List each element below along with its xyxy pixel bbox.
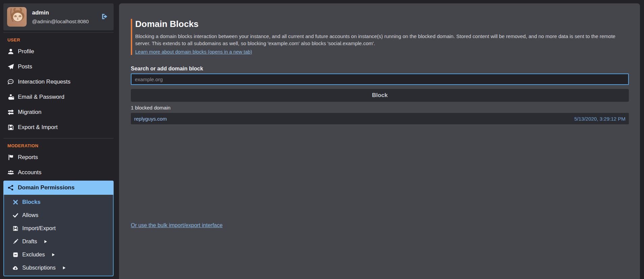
blocked-count: 1 blocked domain bbox=[131, 105, 629, 111]
page-description: Blocking a domain blocks interaction bet… bbox=[135, 33, 629, 47]
floppy-disk-icon bbox=[7, 124, 14, 131]
sidebar-item-label: Posts bbox=[18, 63, 32, 70]
floppy-disk-icon bbox=[12, 225, 19, 231]
sidebar-item-label: Accounts bbox=[18, 169, 41, 176]
flag-icon bbox=[7, 154, 14, 161]
caret-right-icon bbox=[43, 240, 48, 244]
submenu-item-label: Blocks bbox=[22, 199, 40, 205]
section-heading-user: USER bbox=[3, 34, 114, 44]
submenu-item-drafts[interactable]: Drafts bbox=[4, 235, 113, 248]
caret-right-icon bbox=[62, 266, 66, 270]
user-lock-icon bbox=[7, 94, 14, 100]
sidebar-item-label: Domain Permissions bbox=[18, 184, 75, 191]
submenu-item-label: Allows bbox=[22, 212, 38, 218]
blocked-domain-name: replyguys.com bbox=[134, 116, 167, 122]
sidebar-divider bbox=[3, 32, 114, 33]
user-card: admin @admin@localhost:8080 bbox=[3, 3, 114, 30]
user-handle: @admin@localhost:8080 bbox=[32, 19, 89, 24]
sidebar-item-export-import[interactable]: Export & Import bbox=[3, 120, 114, 135]
domain-block-form: Search or add domain block Block 1 block… bbox=[131, 66, 629, 124]
user-icon bbox=[7, 48, 14, 55]
domain-permissions-submenu: Blocks Allows Import/Export bbox=[3, 195, 114, 276]
sidebar-item-label: Export & Import bbox=[18, 124, 58, 131]
main-panel: Domain Blocks Blocking a domain blocks i… bbox=[119, 3, 640, 279]
check-icon bbox=[12, 212, 19, 218]
sidebar-item-label: Interaction Requests bbox=[18, 78, 70, 85]
comment-dots-icon bbox=[7, 79, 14, 85]
xmark-icon bbox=[12, 199, 19, 205]
sidebar-item-reports[interactable]: Reports bbox=[3, 150, 114, 165]
minus-square-icon bbox=[12, 252, 19, 258]
domain-permissions-group: Domain Permissions Blocks Allows bbox=[3, 181, 114, 276]
blocked-domain-row[interactable]: replyguys.com 5/13/2020, 3:29:12 PM bbox=[131, 113, 629, 124]
section-divider bbox=[3, 138, 114, 138]
cloud-download-icon bbox=[12, 265, 19, 271]
sidebar-item-label: Profile bbox=[18, 48, 34, 55]
pencil-icon bbox=[12, 239, 19, 245]
submenu-item-label: Subscriptions bbox=[22, 265, 56, 271]
block-button[interactable]: Block bbox=[131, 89, 629, 102]
bulk-import-export-link[interactable]: Or use the bulk import/export interface bbox=[131, 222, 223, 228]
domain-search-input[interactable] bbox=[131, 73, 629, 85]
caret-right-icon bbox=[51, 253, 55, 257]
submenu-item-label: Excludes bbox=[22, 251, 45, 258]
submenu-item-excludes[interactable]: Excludes bbox=[4, 248, 113, 261]
submenu-item-subscriptions[interactable]: Subscriptions bbox=[4, 261, 113, 274]
blocked-domain-date: 5/13/2020, 3:29:12 PM bbox=[574, 116, 625, 122]
submenu-item-import-export[interactable]: Import/Export bbox=[4, 222, 113, 235]
sidebar-item-label: Reports bbox=[18, 154, 38, 161]
sidebar-item-posts[interactable]: Posts bbox=[3, 59, 114, 74]
submenu-item-blocks[interactable]: Blocks bbox=[4, 195, 113, 209]
page-title: Domain Blocks bbox=[135, 19, 629, 29]
sidebar-item-profile[interactable]: Profile bbox=[3, 44, 114, 59]
sidebar-item-label: Email & Password bbox=[18, 93, 64, 100]
submenu-item-label: Import/Export bbox=[22, 225, 56, 231]
users-icon bbox=[7, 169, 14, 176]
exchange-arrows-icon bbox=[7, 109, 14, 116]
sidebar-nav: USER Profile Posts Interaction Requests bbox=[3, 34, 114, 276]
user-meta: admin @admin@localhost:8080 bbox=[32, 9, 89, 24]
sidebar-item-label: Migration bbox=[18, 108, 41, 116]
share-nodes-icon bbox=[7, 184, 14, 191]
sidebar-item-email-password[interactable]: Email & Password bbox=[3, 89, 114, 104]
search-label: Search or add domain block bbox=[131, 66, 629, 72]
section-heading-moderation: MODERATION bbox=[3, 140, 114, 150]
logout-button[interactable] bbox=[100, 13, 109, 21]
sidebar-item-domain-permissions[interactable]: Domain Permissions bbox=[3, 181, 114, 195]
submenu-item-label: Drafts bbox=[22, 238, 37, 245]
page-header: Domain Blocks Blocking a domain blocks i… bbox=[131, 19, 629, 55]
paper-plane-icon bbox=[7, 63, 14, 70]
sidebar-item-migration[interactable]: Migration bbox=[3, 104, 114, 120]
sidebar: admin @admin@localhost:8080 USER Profile bbox=[3, 3, 114, 276]
avatar bbox=[7, 7, 27, 27]
sidebar-item-interaction-requests[interactable]: Interaction Requests bbox=[3, 74, 114, 89]
user-name: admin bbox=[32, 9, 89, 16]
sidebar-item-accounts[interactable]: Accounts bbox=[3, 165, 114, 180]
sign-out-icon bbox=[101, 13, 108, 20]
learn-more-link[interactable]: Learn more about domain blocks (opens in… bbox=[135, 49, 252, 55]
submenu-item-allows[interactable]: Allows bbox=[4, 209, 113, 222]
